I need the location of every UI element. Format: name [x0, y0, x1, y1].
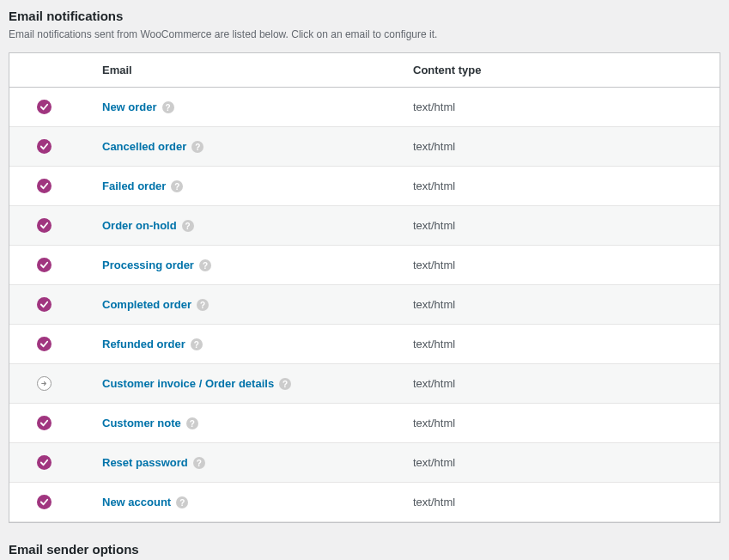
section-title: Email notifications	[9, 9, 720, 23]
content-type-cell: text/html	[404, 167, 720, 206]
status-cell	[9, 483, 78, 522]
status-enabled-icon	[37, 337, 52, 351]
email-cell: Order on-hold?	[78, 206, 404, 246]
content-type-cell: text/html	[404, 364, 720, 404]
table-row: Cancelled order?text/html	[9, 127, 720, 167]
status-enabled-icon	[37, 416, 52, 430]
help-icon[interactable]: ?	[191, 141, 204, 153]
content-type-cell: text/html	[404, 246, 720, 285]
table-row: Processing order?text/html	[9, 246, 720, 285]
email-link[interactable]: New order	[102, 100, 157, 113]
email-cell: New account?	[78, 483, 404, 522]
table-header-row: Email Content type	[9, 53, 720, 88]
table-row: Order on-hold?text/html	[9, 206, 720, 246]
email-cell: Customer note?	[78, 404, 404, 443]
help-icon[interactable]: ?	[176, 496, 188, 508]
email-link[interactable]: Processing order	[102, 259, 194, 271]
table-row: Failed order?text/html	[9, 167, 720, 206]
status-cell	[9, 325, 78, 364]
email-link[interactable]: Cancelled order	[102, 140, 186, 153]
status-enabled-icon	[37, 139, 52, 154]
content-type-cell: text/html	[404, 483, 720, 522]
status-cell	[9, 167, 78, 206]
status-manual-icon	[37, 376, 52, 391]
content-type-cell: text/html	[404, 285, 720, 325]
table-row: Customer invoice / Order details?text/ht…	[9, 364, 720, 404]
column-email: Email	[78, 53, 404, 88]
help-icon[interactable]: ?	[186, 417, 198, 429]
status-cell	[9, 443, 78, 483]
table-row: New account?text/html	[9, 483, 720, 522]
email-link[interactable]: Refunded order	[102, 338, 185, 350]
column-content-type: Content type	[404, 53, 720, 88]
table-row: Refunded order?text/html	[9, 325, 720, 364]
help-icon[interactable]: ?	[197, 299, 209, 311]
column-status	[9, 53, 78, 88]
email-notifications-table: Email Content type New order?text/htmlCa…	[9, 52, 720, 523]
section-title-sender-options: Email sender options	[9, 542, 720, 557]
email-cell: Customer invoice / Order details?	[78, 364, 404, 404]
email-link[interactable]: Customer note	[102, 417, 181, 429]
help-icon[interactable]: ?	[171, 180, 183, 192]
email-link[interactable]: New account	[102, 496, 171, 508]
help-icon[interactable]: ?	[162, 101, 174, 113]
email-cell: Reset password?	[78, 443, 404, 483]
status-cell	[9, 127, 78, 167]
status-cell	[9, 285, 78, 325]
status-enabled-icon	[37, 455, 52, 470]
status-enabled-icon	[37, 100, 52, 114]
email-link[interactable]: Reset password	[102, 456, 188, 469]
content-type-cell: text/html	[404, 325, 720, 364]
table-row: New order?text/html	[9, 88, 720, 127]
status-cell	[9, 364, 78, 404]
email-link[interactable]: Completed order	[102, 298, 191, 311]
email-link[interactable]: Failed order	[102, 180, 166, 192]
status-cell	[9, 88, 78, 127]
help-icon[interactable]: ?	[191, 338, 203, 350]
email-link[interactable]: Order on-hold	[102, 219, 177, 232]
status-enabled-icon	[37, 179, 52, 193]
help-icon[interactable]: ?	[182, 220, 194, 232]
table-row: Reset password?text/html	[9, 443, 720, 483]
help-icon[interactable]: ?	[279, 378, 291, 390]
help-icon[interactable]: ?	[193, 457, 205, 469]
content-type-cell: text/html	[404, 88, 720, 127]
email-link[interactable]: Customer invoice / Order details	[102, 377, 274, 390]
table-row: Completed order?text/html	[9, 285, 720, 325]
email-cell: Cancelled order?	[78, 127, 404, 167]
status-cell	[9, 246, 78, 285]
content-type-cell: text/html	[404, 206, 720, 246]
status-enabled-icon	[37, 218, 52, 233]
email-cell: Failed order?	[78, 167, 404, 206]
status-enabled-icon	[37, 258, 52, 272]
email-cell: Refunded order?	[78, 325, 404, 364]
status-cell	[9, 206, 78, 246]
table-row: Customer note?text/html	[9, 404, 720, 443]
email-cell: Completed order?	[78, 285, 404, 325]
status-enabled-icon	[37, 297, 52, 312]
content-type-cell: text/html	[404, 443, 720, 483]
content-type-cell: text/html	[404, 404, 720, 443]
status-enabled-icon	[37, 495, 52, 509]
help-icon[interactable]: ?	[199, 259, 211, 271]
status-cell	[9, 404, 78, 443]
email-cell: Processing order?	[78, 246, 404, 285]
email-cell: New order?	[78, 88, 404, 127]
section-description: Email notifications sent from WooCommerc…	[9, 28, 720, 40]
content-type-cell: text/html	[404, 127, 720, 167]
